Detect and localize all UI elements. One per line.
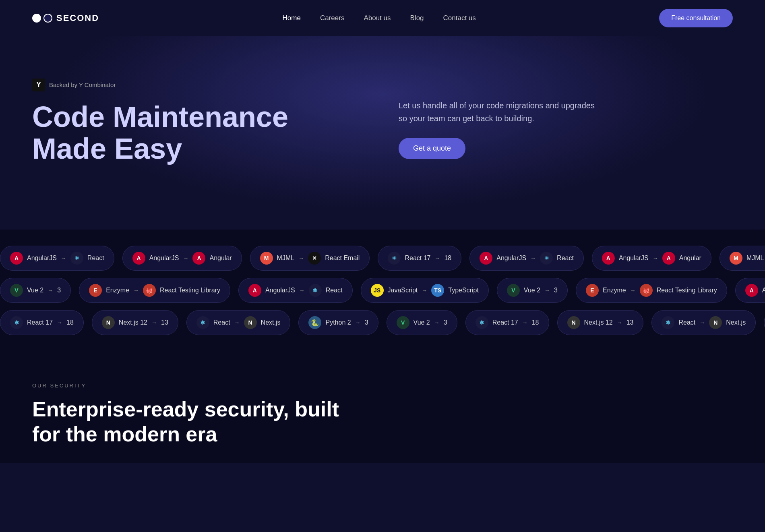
nextjs-icon: N [244, 316, 257, 329]
security-title: Enterprise-ready security, built for the… [32, 397, 733, 447]
list-item: V Vue 2 → 3 [497, 278, 568, 303]
nav-link-about[interactable]: About us [364, 14, 391, 22]
list-item: 🐍 Python 2 → 3 [298, 310, 378, 335]
logo-dots [32, 14, 52, 23]
list-item: E Enzyme → 🐙 React Testing Library [79, 278, 230, 303]
arrow-icon: → [617, 319, 622, 326]
from-label: MJML [277, 255, 295, 262]
arrow-icon: → [48, 287, 53, 294]
nextjs-icon: N [567, 316, 580, 329]
arrow-icon: → [653, 255, 658, 261]
to-label: React Testing Library [160, 287, 220, 294]
list-item: V Vue 2 → 3 [0, 278, 71, 303]
nav-item-home[interactable]: Home [283, 14, 301, 22]
arrow-icon: → [183, 255, 188, 261]
tech-row-2: V Vue 2 → 3 E Enzyme → 🐙 React Testing L… [0, 278, 765, 303]
list-item: ⚛ React → N Next.js [651, 310, 756, 335]
react-icon: ⚛ [388, 252, 401, 265]
react-icon: ⚛ [662, 316, 674, 329]
ts-icon: TS [431, 284, 444, 297]
enzyme-icon: E [89, 284, 102, 297]
to-label: React [87, 255, 104, 262]
list-item: ⚛ React 17 → 18 [378, 246, 461, 271]
react-icon: ⚛ [476, 316, 488, 329]
logo-text: SECOND [56, 13, 99, 23]
angular-icon: A [192, 252, 205, 265]
security-title-line2: for the modern era [32, 422, 217, 446]
hero-left: Y Backed by Y Combinator Code Maintenanc… [32, 79, 366, 179]
tech-row-3: ⚛ React 17 → 18 N Next.js 12 → 13 ⚛ Reac… [0, 310, 765, 335]
from-label: JavaScript [388, 287, 418, 294]
list-item: N Next.js 12 → 13 [92, 310, 178, 335]
react-icon: ⚛ [70, 252, 83, 265]
list-item: A AngularJS → ⚛ React [469, 246, 584, 271]
arrow-icon: → [699, 319, 705, 326]
list-item: E Enzyme → 🐙 React Testing Library [576, 278, 727, 303]
list-item: V Vue 2 → 3 [387, 310, 457, 335]
arrow-icon: → [57, 319, 62, 326]
list-item: N Next.js 12 → 13 [557, 310, 644, 335]
tech-row-1: A AngularJS → ⚛ React A AngularJS → A An… [0, 246, 765, 271]
yc-logo: Y [32, 79, 45, 91]
navbar: SECOND Home Careers About us Blog Contac… [0, 0, 765, 36]
logo[interactable]: SECOND [32, 13, 99, 23]
from-label: MJML [746, 255, 764, 262]
list-item: A AngularJS → ⚛ React [238, 278, 353, 303]
security-title-line1: Enterprise-ready security, built [32, 397, 339, 421]
from-label: React 17 [405, 255, 430, 262]
list-item: A AngularJS → ⚛ React [0, 246, 114, 271]
angular-icon: A [10, 252, 23, 265]
nav-item-blog[interactable]: Blog [410, 14, 424, 22]
from-label: AngularJS [27, 255, 57, 262]
mjml-icon: M [260, 252, 273, 265]
hero-section: Y Backed by Y Combinator Code Maintenanc… [0, 36, 765, 230]
hero-title-line2: Made Easy [32, 132, 182, 165]
nav-item-contact[interactable]: Contact us [443, 14, 476, 22]
hero-title: Code Maintenance Made Easy [32, 101, 366, 165]
nav-item-about[interactable]: About us [364, 14, 391, 22]
arrow-icon: → [422, 287, 427, 294]
logo-dot-1 [32, 14, 41, 23]
from-label: React [213, 319, 230, 326]
list-item: M MJML → ✕ React Email [720, 246, 765, 271]
angular-icon: A [132, 252, 145, 265]
nav-link-contact[interactable]: Contact us [443, 14, 476, 22]
nav-link-home[interactable]: Home [283, 14, 301, 22]
angular-icon: A [248, 284, 261, 297]
to-label: React Testing Library [657, 287, 717, 294]
nav-item-careers[interactable]: Careers [320, 14, 344, 22]
from-label: AngularJS [149, 255, 179, 262]
nav-link-blog[interactable]: Blog [410, 14, 424, 22]
free-consultation-button[interactable]: Free consultation [659, 9, 733, 27]
from-label: AngularJS [496, 255, 526, 262]
row-track-1: A AngularJS → ⚛ React A AngularJS → A An… [0, 246, 765, 271]
list-item: ⚛ React 17 → 18 [0, 310, 84, 335]
angular-icon: A [662, 252, 675, 265]
arrow-icon: → [61, 255, 66, 261]
mjml-icon: M [730, 252, 742, 265]
js-icon: JS [371, 284, 384, 297]
arrow-icon: → [544, 287, 550, 294]
hero-title-line1: Code Maintenance [32, 101, 288, 133]
angular-icon: A [480, 252, 492, 265]
from-label: React 17 [27, 319, 53, 326]
from-label: Enzyme [603, 287, 626, 294]
to-label: React [326, 287, 343, 294]
arrow-icon: → [355, 319, 361, 326]
from-label: Next.js 12 [584, 319, 613, 326]
angular-icon: A [745, 284, 758, 297]
to-label: React [557, 255, 574, 262]
rtl-icon: 🐙 [640, 284, 653, 297]
list-item: ⚛ React → N Next.js [186, 310, 291, 335]
arrow-icon: → [298, 255, 304, 261]
from-label: AngularJS [265, 287, 295, 294]
react-icon: ⚛ [10, 316, 23, 329]
hero-right: Let us handle all of your code migration… [366, 99, 733, 159]
react-icon: ⚛ [196, 316, 209, 329]
logo-dot-2 [43, 14, 52, 23]
nav-link-careers[interactable]: Careers [320, 14, 344, 22]
get-quote-button[interactable]: Get a quote [399, 138, 465, 159]
to-label: 3 [57, 287, 61, 294]
vue-icon: V [10, 284, 23, 297]
arrow-icon: → [299, 287, 305, 294]
